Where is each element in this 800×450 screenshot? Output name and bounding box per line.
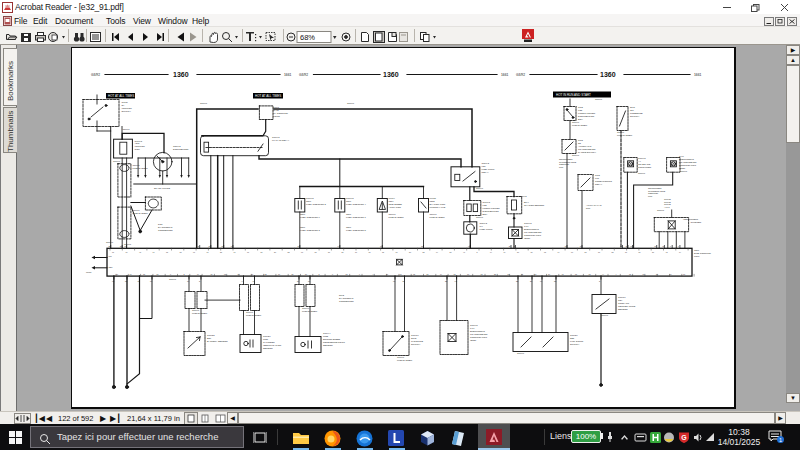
svg-text:1360: 1360 bbox=[173, 71, 189, 78]
svg-text:88: 88 bbox=[612, 251, 614, 253]
svg-text:IGNITION: IGNITION bbox=[135, 145, 146, 147]
svg-text:C16/98: C16/98 bbox=[200, 102, 208, 104]
svg-text:95: 95 bbox=[565, 245, 567, 247]
svg-text:0: 0 bbox=[670, 245, 671, 247]
svg-text:C16/98: C16/98 bbox=[572, 154, 580, 156]
svg-text:7360: 7360 bbox=[346, 200, 352, 202]
svg-text:RY CONTROL: RY CONTROL bbox=[273, 112, 289, 114]
svg-text:FUEL SYSTEM: FUEL SYSTEM bbox=[302, 310, 317, 312]
svg-text:M4: M4 bbox=[480, 225, 484, 227]
svg-text:SENSOR: SENSOR bbox=[618, 308, 628, 310]
svg-text:C16/38: C16/38 bbox=[207, 334, 215, 336]
svg-text:55: 55 bbox=[423, 251, 425, 253]
svg-text:AUXILIARY FAN: AUXILIARY FAN bbox=[586, 204, 602, 206]
svg-text:90W: 90W bbox=[648, 195, 652, 197]
svg-text:REFERENCE POINT: REFERENCE POINT bbox=[323, 341, 345, 343]
svg-text:S4: S4 bbox=[122, 104, 126, 106]
svg-text:SENSOR: SENSOR bbox=[323, 344, 333, 346]
svg-text:5: 5 bbox=[477, 251, 478, 253]
svg-text:C16/10: C16/10 bbox=[618, 296, 626, 298]
svg-text:6000: 6000 bbox=[86, 271, 92, 274]
svg-text:90W: 90W bbox=[559, 166, 563, 168]
svg-text:CONTROL UNIT: CONTROL UNIT bbox=[470, 336, 488, 338]
svg-text:10: 10 bbox=[580, 245, 582, 247]
svg-text:TEMPERATURE: TEMPERATURE bbox=[618, 305, 636, 307]
svg-text:C16/98: C16/98 bbox=[664, 198, 672, 200]
svg-text:51: 51 bbox=[421, 245, 423, 247]
svg-text:42: 42 bbox=[666, 251, 668, 253]
svg-text:IDLE SPEED: IDLE SPEED bbox=[389, 203, 403, 205]
svg-text:C16/44: C16/44 bbox=[323, 332, 331, 334]
svg-text:F23: F23 bbox=[483, 204, 488, 206]
svg-text:MAIN: MAIN bbox=[273, 109, 279, 111]
svg-text:45: 45 bbox=[562, 273, 564, 275]
svg-text:92: 92 bbox=[413, 273, 415, 275]
svg-text:G3/92: G3/92 bbox=[299, 73, 308, 77]
svg-text:C16/98: C16/98 bbox=[572, 121, 580, 123]
svg-text:50W: 50W bbox=[586, 207, 590, 209]
svg-text:C16/98: C16/98 bbox=[389, 213, 397, 215]
svg-text:84: 84 bbox=[655, 245, 657, 247]
svg-text:1360: 1360 bbox=[600, 71, 616, 78]
svg-text:K6 MAIN RELAY: K6 MAIN RELAY bbox=[272, 139, 290, 141]
svg-text:SWITCH: SWITCH bbox=[570, 343, 579, 345]
svg-text:74: 74 bbox=[440, 273, 442, 275]
svg-text:FUEL PUMP: FUEL PUMP bbox=[482, 168, 496, 170]
svg-text:34: 34 bbox=[504, 251, 506, 253]
svg-text:76: 76 bbox=[355, 251, 357, 253]
svg-text:44: 44 bbox=[602, 273, 604, 275]
svg-text:C16/98: C16/98 bbox=[397, 356, 405, 358]
svg-text:FUEL SYSTEM: FUEL SYSTEM bbox=[133, 212, 148, 214]
svg-text:51: 51 bbox=[427, 273, 429, 275]
svg-text:C16/98: C16/98 bbox=[483, 201, 491, 203]
svg-text:27: 27 bbox=[198, 245, 200, 247]
svg-text:ENGINE SPEED: ENGINE SPEED bbox=[323, 338, 341, 340]
svg-text:57: 57 bbox=[450, 251, 452, 253]
svg-text:C16/98: C16/98 bbox=[638, 157, 646, 159]
svg-text:C16/98: C16/98 bbox=[272, 136, 280, 138]
svg-text:TRANSMISSION: TRANSMISSION bbox=[578, 148, 596, 150]
svg-text:1360: 1360 bbox=[694, 249, 700, 251]
svg-text:C16/17: C16/17 bbox=[411, 334, 419, 336]
svg-text:50: 50 bbox=[620, 245, 622, 247]
svg-text:C16/98: C16/98 bbox=[302, 307, 310, 309]
svg-text:30: 30 bbox=[211, 273, 213, 275]
svg-text:A1 K1: A1 K1 bbox=[664, 206, 671, 208]
svg-text:18: 18 bbox=[454, 273, 456, 275]
svg-text:FUEL INJECTOR 3: FUEL INJECTOR 3 bbox=[300, 229, 321, 231]
svg-text:C16/98: C16/98 bbox=[123, 128, 131, 130]
svg-text:21: 21 bbox=[342, 251, 344, 253]
svg-text:94: 94 bbox=[436, 251, 438, 253]
svg-text:B30: B30 bbox=[207, 337, 212, 339]
svg-text:F23: F23 bbox=[578, 109, 583, 111]
svg-text:CONTROL UNIT: CONTROL UNIT bbox=[679, 164, 697, 166]
svg-text:(EGS): (EGS) bbox=[679, 167, 686, 169]
svg-text:FUEL SYSTEM: FUEL SYSTEM bbox=[572, 124, 587, 126]
svg-text:UNIT: UNIT bbox=[694, 255, 700, 257]
svg-text:25: 25 bbox=[220, 251, 222, 253]
svg-text:74: 74 bbox=[558, 251, 560, 253]
svg-text:98: 98 bbox=[346, 273, 348, 275]
svg-text:39: 39 bbox=[531, 251, 533, 253]
svg-text:POINT: POINT bbox=[273, 115, 281, 117]
svg-text:50: 50 bbox=[120, 245, 122, 247]
svg-text:76: 76 bbox=[116, 273, 118, 275]
svg-text:IDENTIFICATION: IDENTIFICATION bbox=[263, 344, 281, 346]
svg-text:9: 9 bbox=[170, 273, 171, 275]
svg-text:56: 56 bbox=[517, 251, 519, 253]
svg-text:(EGS): (EGS) bbox=[524, 237, 531, 239]
svg-text:C16/98: C16/98 bbox=[638, 172, 646, 174]
svg-text:71: 71 bbox=[207, 251, 209, 253]
svg-text:7360: 7360 bbox=[300, 226, 306, 228]
svg-text:CLUSTER: CLUSTER bbox=[691, 221, 702, 223]
svg-text:RELAY: RELAY bbox=[595, 183, 603, 185]
svg-text:FUEL SYSTEM: FUEL SYSTEM bbox=[430, 216, 445, 218]
svg-text:38: 38 bbox=[209, 245, 211, 247]
svg-text:68%: 68% bbox=[300, 33, 315, 42]
svg-text:64: 64 bbox=[490, 251, 492, 253]
svg-text:6031: 6031 bbox=[263, 338, 269, 340]
svg-text:C16/5: C16/5 bbox=[122, 101, 129, 103]
svg-text:SWITCH: SWITCH bbox=[122, 110, 131, 112]
svg-text:C16/98: C16/98 bbox=[306, 197, 314, 199]
svg-text:6: 6 bbox=[359, 273, 360, 275]
